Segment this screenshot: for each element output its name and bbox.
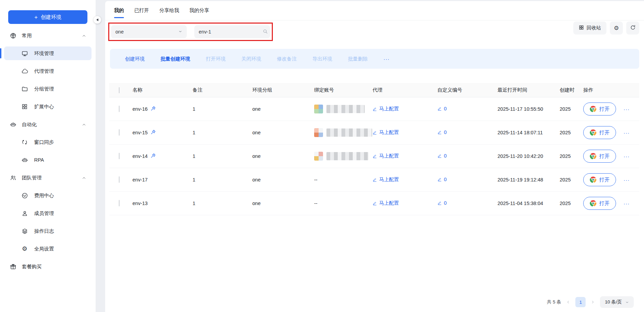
column-header-custom-no: 自定义编号 — [437, 87, 498, 93]
gift-icon — [10, 263, 16, 270]
account-avatar — [314, 152, 323, 161]
sidebar-item-group-management[interactable]: 分组管理 — [4, 82, 92, 96]
table-row: env-16 1 one 马上配置 0 2025-11-17 10:55:50 … — [109, 97, 639, 121]
sidebar-collapse-button[interactable] — [94, 16, 101, 24]
tab-shared-to-me[interactable]: 分享给我 — [159, 7, 179, 18]
search-input[interactable] — [199, 29, 263, 35]
toolbar-close-env-button[interactable]: 关闭环境 — [241, 56, 261, 62]
last-open-time: 2025-11-19 19:12:48 — [498, 177, 560, 182]
refresh-button[interactable] — [626, 22, 639, 35]
env-name: env-13 — [132, 201, 148, 206]
sidebar-item-member-management[interactable]: 成员管理 — [4, 206, 92, 220]
row-checkbox[interactable] — [119, 129, 120, 136]
row-checkbox[interactable] — [119, 153, 120, 159]
masked-account-text — [326, 128, 372, 137]
chevron-down-icon — [625, 300, 629, 304]
chrome-icon — [590, 200, 597, 207]
next-page-button[interactable] — [590, 300, 595, 304]
pencil-icon — [437, 130, 442, 134]
filter-highlight-box: one — [108, 23, 273, 41]
page-size-value: 10 条/页 — [605, 299, 622, 305]
chrome-icon — [590, 106, 597, 112]
configure-proxy-link[interactable]: 马上配置 — [373, 153, 399, 159]
toolbar-export-env-button[interactable]: 导出环境 — [312, 56, 332, 62]
row-checkbox[interactable] — [119, 176, 120, 183]
sidebar-item-label: 费用中心 — [34, 192, 54, 199]
custom-no-edit-link[interactable]: 0 — [437, 130, 447, 135]
open-environment-button[interactable]: 打开 — [583, 197, 616, 210]
sidebar-item-extension-center[interactable]: 扩展中心 — [4, 100, 92, 113]
toolbar-batch-delete-button[interactable]: 批量删除 — [348, 56, 368, 62]
tab-my-shares[interactable]: 我的分享 — [190, 7, 209, 18]
sidebar-section-team[interactable]: 团队管理 — [4, 171, 92, 185]
sidebar-item-package-purchase[interactable]: 套餐购买 — [4, 260, 92, 273]
toolbar-more-button[interactable]: ··· — [383, 56, 390, 62]
environment-table: 名称 备注 环境分组 绑定账号 代理 自定义编号 最近打开时间 创建时间 操作 … — [109, 83, 639, 215]
table-row: env-17 1 one -- 马上配置 0 2025-11-19 19:12:… — [109, 168, 639, 192]
pushpin-icon[interactable] — [150, 106, 156, 112]
section-label: 常用 — [22, 32, 32, 39]
sidebar-item-operation-logs[interactable]: 操作日志 — [4, 224, 92, 238]
toolbar-open-env-button[interactable]: 打开环境 — [206, 56, 226, 62]
row-more-button[interactable]: ··· — [624, 130, 630, 136]
section-label: 自动化 — [22, 121, 37, 128]
group-select[interactable]: one — [111, 25, 187, 38]
env-note: 1 — [193, 130, 252, 135]
magnifier-icon[interactable] — [263, 29, 268, 35]
tab-opened[interactable]: 已打开 — [134, 7, 149, 18]
create-environment-label: 创建环境 — [41, 14, 61, 21]
sidebar-item-global-settings[interactable]: ⚙ 全局设置 — [4, 242, 92, 256]
user-icon — [21, 210, 28, 217]
chevron-up-icon[interactable] — [82, 33, 86, 38]
created-time: 2025 — [560, 201, 575, 206]
created-time: 2025 — [560, 153, 575, 159]
row-more-button[interactable]: ··· — [624, 106, 630, 112]
sidebar-section-automation[interactable]: 自动化 — [4, 118, 92, 131]
open-environment-button[interactable]: 打开 — [583, 173, 616, 186]
configure-proxy-link[interactable]: 马上配置 — [373, 129, 399, 136]
custom-no-edit-link[interactable]: 0 — [437, 106, 447, 111]
sidebar-item-proxy-management[interactable]: 代理管理 — [4, 64, 92, 78]
configure-proxy-link[interactable]: 马上配置 — [373, 106, 399, 112]
env-note: 1 — [193, 106, 252, 112]
open-environment-button[interactable]: 打开 — [583, 103, 616, 116]
row-checkbox[interactable] — [119, 200, 120, 206]
sidebar-item-rpa[interactable]: RPA — [4, 153, 92, 167]
last-open-time: 2025-11-04 15:38:04 — [498, 201, 560, 206]
row-checkbox[interactable] — [119, 106, 120, 112]
toolbar-edit-note-button[interactable]: 修改备注 — [277, 56, 297, 62]
sidebar-item-env-management[interactable]: 环境管理 — [4, 46, 92, 60]
row-more-button[interactable]: ··· — [624, 153, 630, 159]
open-environment-button[interactable]: 打开 — [583, 126, 616, 139]
sidebar-item-window-sync[interactable]: 窗口同步 — [4, 135, 92, 149]
chevron-up-icon[interactable] — [82, 122, 86, 126]
column-header-name: 名称 — [132, 87, 193, 93]
header-actions: 回收站 ⚙ — [573, 22, 639, 35]
configure-proxy-link[interactable]: 马上配置 — [373, 200, 399, 206]
page-size-select[interactable]: 10 条/页 — [600, 296, 634, 308]
open-environment-button[interactable]: 打开 — [583, 150, 616, 163]
recycle-bin-button[interactable]: 回收站 — [573, 22, 606, 35]
toolbar-batch-create-button[interactable]: 批量创建环境 — [160, 56, 190, 62]
page-number[interactable]: 1 — [575, 297, 586, 307]
sidebar-item-billing-center[interactable]: 费用中心 — [4, 189, 92, 202]
chevron-up-icon[interactable] — [82, 176, 86, 180]
custom-no-edit-link[interactable]: 0 — [437, 153, 447, 159]
group-select-value: one — [115, 29, 178, 35]
tab-mine[interactable]: 我的 — [114, 7, 124, 18]
custom-no-edit-link[interactable]: 0 — [437, 200, 447, 206]
settings-button[interactable]: ⚙ — [610, 22, 623, 35]
toolbar-create-env-button[interactable]: 创建环境 — [125, 56, 145, 62]
sidebar-section-common[interactable]: 常用 — [4, 29, 92, 42]
create-environment-button[interactable]: + 创建环境 — [8, 10, 87, 24]
pushpin-icon[interactable] — [150, 153, 156, 160]
row-more-button[interactable]: ··· — [624, 201, 630, 206]
env-name: env-17 — [132, 177, 148, 182]
pushpin-icon[interactable] — [150, 129, 156, 136]
prev-page-button[interactable] — [566, 300, 571, 304]
select-all-checkbox[interactable] — [119, 87, 120, 93]
tabbar-divider — [105, 20, 644, 21]
configure-proxy-link[interactable]: 马上配置 — [373, 176, 399, 183]
custom-no-edit-link[interactable]: 0 — [437, 177, 447, 182]
row-more-button[interactable]: ··· — [624, 177, 630, 183]
